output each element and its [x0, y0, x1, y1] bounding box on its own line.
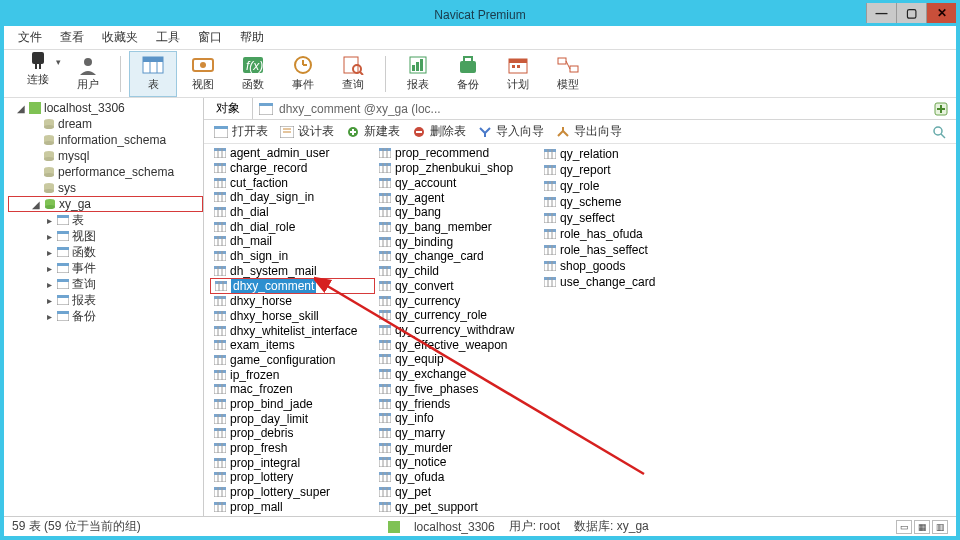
tree-child-视图[interactable]: ▸视图 [8, 228, 203, 244]
tree-connection[interactable]: ◢localhost_3306 [8, 100, 203, 116]
table-dhxy_comment[interactable]: dhxy_comment [210, 278, 375, 294]
tab-objects[interactable]: 对象 [204, 98, 253, 119]
table-qy_bang_member[interactable]: qy_bang_member [375, 220, 540, 235]
action-1[interactable]: 设计表 [280, 123, 334, 140]
table-role_has_seffect[interactable]: role_has_seffect [540, 242, 705, 258]
toolbar-plug[interactable]: 连接▾ [14, 51, 62, 97]
tree-db-dream[interactable]: dream [8, 116, 203, 132]
toolbar-table[interactable]: 表 [129, 51, 177, 97]
table-qy_currency_withdraw[interactable]: qy_currency_withdraw [375, 323, 540, 338]
table-dhxy_whitelist_interface[interactable]: dhxy_whitelist_interface [210, 323, 375, 338]
table-shop_goods[interactable]: shop_goods [540, 258, 705, 274]
table-qy_friends[interactable]: qy_friends [375, 396, 540, 411]
table-qy_exchange[interactable]: qy_exchange [375, 367, 540, 382]
table-prop_recommend[interactable]: prop_recommend [375, 146, 540, 161]
toolbar-user[interactable]: 用户 [64, 51, 112, 97]
table-prop_lottery_super[interactable]: prop_lottery_super [210, 485, 375, 500]
table-game_configuration[interactable]: game_configuration [210, 353, 375, 368]
table-qy_pet[interactable]: qy_pet [375, 485, 540, 500]
toolbar-backup[interactable]: 备份 [444, 51, 492, 97]
table-ip_frozen[interactable]: ip_frozen [210, 367, 375, 382]
table-qy_five_phases[interactable]: qy_five_phases [375, 382, 540, 397]
tree-child-查询[interactable]: ▸查询 [8, 276, 203, 292]
tree-db-performance_schema[interactable]: performance_schema [8, 164, 203, 180]
minimize-button[interactable]: — [866, 3, 896, 23]
tree-child-备份[interactable]: ▸备份 [8, 308, 203, 324]
action-4[interactable]: 导入向导 [478, 123, 544, 140]
table-dhxy_horse_skill[interactable]: dhxy_horse_skill [210, 309, 375, 324]
action-2[interactable]: 新建表 [346, 123, 400, 140]
maximize-button[interactable]: ▢ [896, 3, 926, 23]
table-dh_system_mail[interactable]: dh_system_mail [210, 263, 375, 278]
tree-db-information_schema[interactable]: information_schema [8, 132, 203, 148]
table-qy_notice[interactable]: qy_notice [375, 455, 540, 470]
table-dh_day_sign_in[interactable]: dh_day_sign_in [210, 190, 375, 205]
table-qy_effective_weapon[interactable]: qy_effective_weapon [375, 337, 540, 352]
table-qy_pet_support[interactable]: qy_pet_support [375, 499, 540, 514]
table-prop_integral[interactable]: prop_integral [210, 455, 375, 470]
toolbar-query[interactable]: 查询 [329, 51, 377, 97]
table-qy_seffect[interactable]: qy_seffect [540, 210, 705, 226]
toolbar-schedule[interactable]: 计划 [494, 51, 542, 97]
table-qy_marry[interactable]: qy_marry [375, 426, 540, 441]
table-prop_fresh[interactable]: prop_fresh [210, 441, 375, 456]
toolbar-event[interactable]: 事件 [279, 51, 327, 97]
table-dh_sign_in[interactable]: dh_sign_in [210, 249, 375, 264]
table-qy_info[interactable]: qy_info [375, 411, 540, 426]
table-qy_murder[interactable]: qy_murder [375, 440, 540, 455]
table-qy_scheme[interactable]: qy_scheme [540, 194, 705, 210]
table-prop_bind_jade[interactable]: prop_bind_jade [210, 397, 375, 412]
tree-db-xy_ga[interactable]: ◢xy_ga [8, 196, 203, 212]
table-qy_change_card[interactable]: qy_change_card [375, 249, 540, 264]
table-qy_currency_role[interactable]: qy_currency_role [375, 308, 540, 323]
menu-tools[interactable]: 工具 [156, 29, 180, 46]
view-grid-button[interactable]: ▥ [932, 520, 948, 534]
table-prop_mall[interactable]: prop_mall [210, 499, 375, 514]
tree-child-事件[interactable]: ▸事件 [8, 260, 203, 276]
table-qy_role[interactable]: qy_role [540, 178, 705, 194]
action-3[interactable]: 删除表 [412, 123, 466, 140]
table-qy_binding[interactable]: qy_binding [375, 234, 540, 249]
menu-help[interactable]: 帮助 [240, 29, 264, 46]
menu-view[interactable]: 查看 [60, 29, 84, 46]
table-prop_day_limit[interactable]: prop_day_limit [210, 411, 375, 426]
menu-file[interactable]: 文件 [18, 29, 42, 46]
menu-window[interactable]: 窗口 [198, 29, 222, 46]
table-qy_agent[interactable]: qy_agent [375, 190, 540, 205]
table-qy_bang[interactable]: qy_bang [375, 205, 540, 220]
table-qy_ofuda[interactable]: qy_ofuda [375, 470, 540, 485]
action-0[interactable]: 打开表 [214, 123, 268, 140]
view-detail-button[interactable]: ▦ [914, 520, 930, 534]
tree-child-表[interactable]: ▸表 [8, 212, 203, 228]
search-icon[interactable] [932, 125, 946, 139]
toolbar-view[interactable]: 视图 [179, 51, 227, 97]
tree-db-mysql[interactable]: mysql [8, 148, 203, 164]
table-charge_record[interactable]: charge_record [210, 161, 375, 176]
tree-child-报表[interactable]: ▸报表 [8, 292, 203, 308]
table-agent_admin_user[interactable]: agent_admin_user [210, 146, 375, 161]
table-use_change_card[interactable]: use_change_card [540, 274, 705, 290]
tree-child-函数[interactable]: ▸函数 [8, 244, 203, 260]
new-tab-button[interactable] [934, 102, 956, 116]
action-5[interactable]: 导出向导 [556, 123, 622, 140]
table-qy_relation[interactable]: qy_relation [540, 146, 705, 162]
view-list-button[interactable]: ▭ [896, 520, 912, 534]
toolbar-model[interactable]: 模型 [544, 51, 592, 97]
table-prop_zhenbukui_shop[interactable]: prop_zhenbukui_shop [375, 161, 540, 176]
table-dh_mail[interactable]: dh_mail [210, 234, 375, 249]
table-qy_convert[interactable]: qy_convert [375, 278, 540, 293]
table-dhxy_horse[interactable]: dhxy_horse [210, 294, 375, 309]
table-qy_currency[interactable]: qy_currency [375, 293, 540, 308]
toolbar-fx[interactable]: f(x)函数 [229, 51, 277, 97]
table-qy_report[interactable]: qy_report [540, 162, 705, 178]
table-prop_debris[interactable]: prop_debris [210, 426, 375, 441]
table-qy_child[interactable]: qy_child [375, 264, 540, 279]
toolbar-report[interactable]: 报表 [394, 51, 442, 97]
table-role_has_ofuda[interactable]: role_has_ofuda [540, 226, 705, 242]
table-dh_dial[interactable]: dh_dial [210, 205, 375, 220]
table-dh_dial_role[interactable]: dh_dial_role [210, 219, 375, 234]
table-qy_equip[interactable]: qy_equip [375, 352, 540, 367]
table-mac_frozen[interactable]: mac_frozen [210, 382, 375, 397]
table-exam_items[interactable]: exam_items [210, 338, 375, 353]
table-cut_faction[interactable]: cut_faction [210, 175, 375, 190]
